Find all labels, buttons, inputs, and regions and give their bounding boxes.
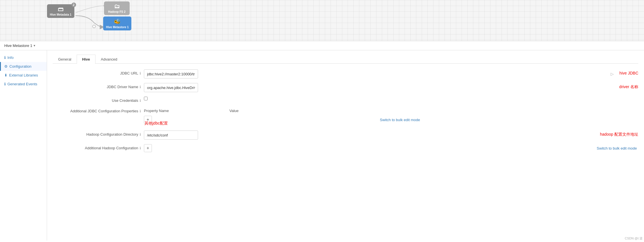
- sidebar-item-label: Info: [7, 55, 14, 60]
- header-title[interactable]: Hive Metastore 1: [4, 44, 32, 48]
- hadoop-config-dir-label: Hadoop Configuration Directory ℹ: [53, 131, 144, 136]
- node-label: Hadoop FS 2: [108, 10, 125, 13]
- sidebar-item-configuration[interactable]: ⚙ Configuration: [0, 62, 47, 71]
- jdbc-url-input[interactable]: [144, 69, 198, 78]
- sidebar-item-label: Configuration: [9, 64, 31, 69]
- tab-general[interactable]: General: [53, 55, 77, 64]
- node-label: Hive Metadata 1: [50, 13, 72, 16]
- node-hadoop-fs-2[interactable]: 🗂 Hadoop FS 2: [104, 1, 130, 15]
- additional-jdbc-config-row: Additional JDBC Configuration Properties…: [53, 107, 638, 126]
- tab-hive[interactable]: Hive: [77, 55, 95, 64]
- jdbc-url-info-icon[interactable]: ℹ: [140, 71, 141, 75]
- col-value: Value: [229, 107, 239, 113]
- svg-point-0: [93, 25, 95, 28]
- main-layout: ℹ Info ⚙ Configuration ⬇ External Librar…: [0, 50, 644, 241]
- node-label: Hive Metastore 1: [106, 26, 129, 29]
- hadoop-config-dir-info-icon[interactable]: ℹ: [140, 133, 141, 136]
- connector-lines: [0, 0, 644, 41]
- hadoop-config-dir-input[interactable]: [144, 131, 198, 140]
- jdbc-driver-annotation: driver 名称: [619, 83, 638, 90]
- gear-icon: ⚙: [4, 64, 8, 69]
- jdbc-driver-name-label: JDBC Driver Name ℹ: [53, 83, 144, 89]
- sidebar-item-label: External Libraries: [9, 73, 38, 77]
- additional-hadoop-label: Additional Hadoop Configuration ℹ: [53, 144, 144, 150]
- canvas-area: 2 🗃 Hive Metadata 1 🗂 Hadoop FS 2 🐝 Hive…: [0, 0, 644, 41]
- jdbc-url-row: JDBC URL ℹ ▷ hive JDBC: [53, 69, 638, 78]
- sidebar-item-label: Generated Events: [7, 82, 37, 86]
- download-icon: ⬇: [4, 73, 7, 77]
- jdbc-url-annotation: hive JDBC: [619, 69, 638, 75]
- hadoop-config-dir-row: Hadoop Configuration Directory ℹ hadoop …: [53, 131, 638, 140]
- bulk-edit-hadoop-link[interactable]: Switch to bulk edit mode: [597, 146, 638, 150]
- hadoop-config-dir-annotation: hadoop 配置文件地址: [600, 131, 638, 137]
- additional-jdbc-annotation: 其他jdbc配置: [144, 119, 168, 125]
- additional-hadoop-config-row: Additional Hadoop Configuration ℹ + Swit…: [53, 144, 638, 152]
- watermark: CSDN @t 逆: [625, 236, 643, 241]
- use-credentials-row: Use Credentials ℹ: [53, 97, 638, 103]
- jdbc-url-label: JDBC URL ℹ: [53, 69, 144, 75]
- jdbc-driver-info-icon[interactable]: ℹ: [140, 85, 141, 89]
- use-credentials-checkbox[interactable]: [144, 97, 148, 100]
- additional-hadoop-info-icon[interactable]: ℹ: [140, 146, 141, 150]
- additional-jdbc-label: Additional JDBC Configuration Properties…: [53, 107, 144, 113]
- sidebar-item-generated-events[interactable]: ℹ Generated Events: [0, 80, 47, 88]
- col-property-name: Property Name: [144, 107, 229, 113]
- use-credentials-label: Use Credentials ℹ: [53, 97, 144, 103]
- add-hadoop-config-button[interactable]: +: [144, 144, 152, 152]
- expand-icon: ▷: [611, 72, 614, 76]
- node-hive-metadata-1[interactable]: 2 🗃 Hive Metadata 1: [47, 4, 74, 18]
- additional-jdbc-info-icon[interactable]: ℹ: [140, 109, 141, 113]
- jdbc-driver-name-input[interactable]: [144, 83, 198, 92]
- tab-advanced[interactable]: Advanced: [95, 55, 123, 64]
- jdbc-driver-name-row: JDBC Driver Name ℹ driver 名称: [53, 83, 638, 92]
- sidebar: ℹ Info ⚙ Configuration ⬇ External Librar…: [0, 50, 47, 241]
- node-hive-metastore-1[interactable]: 🐝 Hive Metastore 1: [103, 16, 131, 30]
- sidebar-item-external-libraries[interactable]: ⬇ External Libraries: [0, 71, 47, 80]
- info-icon-2: ℹ: [4, 82, 6, 86]
- use-credentials-info-icon[interactable]: ℹ: [140, 99, 141, 103]
- header-bar: Hive Metastore 1 ▾: [0, 41, 644, 50]
- sidebar-item-info[interactable]: ℹ Info: [0, 53, 47, 62]
- tab-bar: General Hive Advanced: [53, 55, 638, 64]
- content-area: General Hive Advanced JDBC URL ℹ ▷ hive …: [47, 50, 644, 241]
- header-dropdown[interactable]: ▾: [34, 44, 35, 47]
- node-badge: 2: [72, 3, 76, 7]
- info-icon: ℹ: [4, 55, 6, 60]
- bulk-edit-jdbc-link[interactable]: Switch to bulk edit mode: [380, 118, 421, 122]
